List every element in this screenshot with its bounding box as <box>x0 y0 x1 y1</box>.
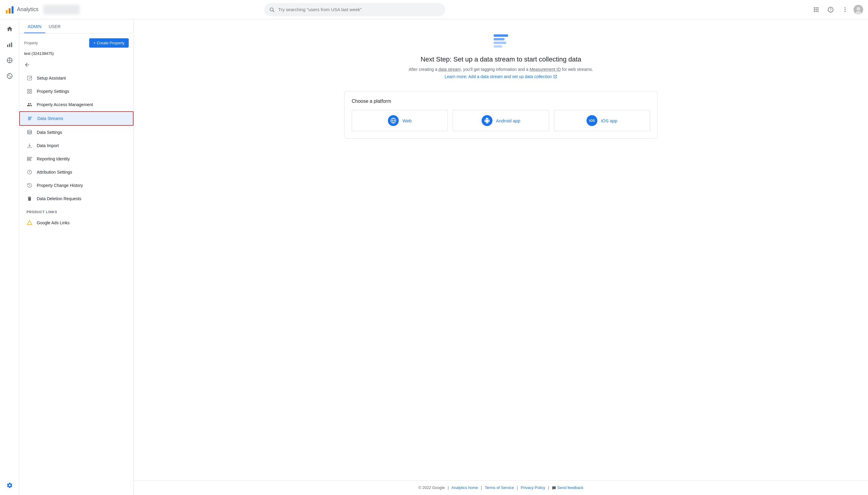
menu-item-reporting-identity[interactable]: Reporting Identity <box>19 152 134 166</box>
menu-item-property-access-management[interactable]: Property Access Management <box>19 98 134 111</box>
svg-rect-41 <box>494 38 505 40</box>
help-button[interactable]: ? <box>824 4 837 16</box>
learn-more-link[interactable]: Learn more: Add a data stream and set up… <box>445 74 557 79</box>
svg-point-18 <box>845 11 845 12</box>
platform-ios-label: iOS app <box>601 118 617 123</box>
menu-label-data-settings: Data Settings <box>37 130 62 135</box>
footer-terms-link[interactable]: Terms of Service <box>485 485 514 490</box>
svg-rect-6 <box>816 7 816 8</box>
platform-options: Web Android app iOS iOS app <box>352 110 650 131</box>
property-header: Property + Create Property <box>19 33 134 50</box>
svg-rect-30 <box>28 89 29 91</box>
svg-rect-9 <box>816 9 816 10</box>
menu-label-property-change-history: Property Change History <box>37 183 83 188</box>
menu-item-data-settings[interactable]: Data Settings <box>19 126 134 139</box>
property-access-icon <box>27 102 33 108</box>
back-row <box>19 58 134 71</box>
menu-label-data-import: Data Import <box>37 143 59 148</box>
svg-rect-12 <box>816 11 816 12</box>
search-bar[interactable] <box>264 3 445 16</box>
platform-chooser: Choose a platform Web Android app <box>344 91 658 139</box>
data-import-icon <box>27 142 33 149</box>
admin-sidebar: ADMIN USER Property + Create Property te… <box>19 19 134 495</box>
svg-rect-42 <box>494 41 506 44</box>
data-settings-icon <box>27 129 33 135</box>
platform-android-button[interactable]: Android app <box>453 110 549 131</box>
svg-point-20 <box>856 7 860 11</box>
svg-rect-36 <box>28 158 31 159</box>
android-platform-icon <box>482 115 492 126</box>
svg-marker-39 <box>28 221 32 225</box>
footer-feedback-link[interactable]: Send feedback <box>557 485 584 490</box>
svg-rect-0 <box>6 10 7 13</box>
tab-user[interactable]: USER <box>45 19 64 33</box>
menu-item-property-change-history[interactable]: Property Change History <box>19 179 134 192</box>
nav-reports[interactable] <box>2 37 17 52</box>
svg-rect-13 <box>817 11 818 12</box>
svg-rect-11 <box>814 11 815 12</box>
tab-admin[interactable]: ADMIN <box>24 19 45 33</box>
nav-advertising[interactable] <box>2 69 17 83</box>
menu-label-data-streams: Data Streams <box>37 116 63 121</box>
svg-rect-7 <box>817 7 818 8</box>
data-deletion-icon <box>27 195 33 202</box>
app-name: Analytics <box>17 6 39 13</box>
footer-privacy-link[interactable]: Privacy Policy <box>521 485 545 490</box>
svg-point-34 <box>28 130 32 132</box>
content-area: Next Step: Set up a data stream to start… <box>134 19 868 480</box>
svg-line-4 <box>273 11 274 12</box>
nav-explore[interactable] <box>2 53 17 68</box>
property-change-history-icon <box>27 182 33 188</box>
page-title: Next Step: Set up a data stream to start… <box>420 55 581 63</box>
svg-rect-23 <box>9 44 10 47</box>
main-content: Next Step: Set up a data stream to start… <box>134 19 868 495</box>
menu-item-setup-assistant[interactable]: Setup Assistant <box>19 71 134 85</box>
svg-rect-2 <box>12 6 13 13</box>
menu-item-data-deletion-requests[interactable]: Data Deletion Requests <box>19 192 134 205</box>
menu-label-property-settings: Property Settings <box>37 89 69 94</box>
menu-label-google-ads-links: Google Ads Links <box>37 220 70 225</box>
analytics-logo-icon <box>5 5 15 15</box>
menu-item-property-settings[interactable]: Property Settings <box>19 85 134 98</box>
svg-rect-1 <box>9 8 11 14</box>
menu-item-google-ads-links[interactable]: Google Ads Links <box>19 216 134 229</box>
platform-box-title: Choose a platform <box>352 99 650 104</box>
logo: Analytics <box>5 5 39 15</box>
svg-rect-35 <box>28 157 32 158</box>
attribution-settings-icon <box>27 169 33 175</box>
menu-label-attribution-settings: Attribution Settings <box>37 170 72 174</box>
menu-item-data-streams[interactable]: Data Streams <box>19 111 134 126</box>
more-options-button[interactable] <box>839 4 851 16</box>
platform-web-label: Web <box>402 118 412 123</box>
property-settings-icon <box>27 88 33 95</box>
apps-grid-button[interactable] <box>810 4 822 16</box>
content-subtitle: After creating a data stream, you'll get… <box>409 67 593 72</box>
menu-label-reporting-identity: Reporting Identity <box>37 156 70 161</box>
nav-settings[interactable] <box>2 480 17 495</box>
platform-web-button[interactable]: Web <box>352 110 448 131</box>
search-icon <box>269 7 275 12</box>
platform-ios-button[interactable]: iOS iOS app <box>554 110 650 131</box>
web-platform-icon <box>388 115 399 126</box>
svg-rect-33 <box>30 92 32 93</box>
svg-point-17 <box>845 9 845 10</box>
footer-analytics-home-link[interactable]: Analytics home <box>451 485 478 490</box>
search-input[interactable] <box>278 7 440 12</box>
svg-rect-29 <box>28 76 32 80</box>
avatar[interactable] <box>853 5 863 15</box>
nav-home[interactable] <box>2 22 17 36</box>
google-ads-icon <box>27 220 33 226</box>
product-links-section-label: PRODUCT LINKS <box>19 205 134 216</box>
svg-rect-8 <box>814 9 815 10</box>
setup-assistant-icon <box>27 75 33 81</box>
property-name: test (324139475) <box>19 50 134 58</box>
menu-item-attribution-settings[interactable]: Attribution Settings <box>19 166 134 179</box>
menu-item-data-import[interactable]: Data Import <box>19 139 134 152</box>
footer-copyright: © 2022 Google <box>418 485 445 490</box>
account-name[interactable]: blurred <box>44 5 80 15</box>
menu-label-data-deletion-requests: Data Deletion Requests <box>37 196 81 201</box>
create-property-button[interactable]: + Create Property <box>89 38 129 48</box>
svg-rect-31 <box>30 89 32 91</box>
nav-configure[interactable] <box>2 84 17 99</box>
back-button[interactable] <box>22 59 33 70</box>
